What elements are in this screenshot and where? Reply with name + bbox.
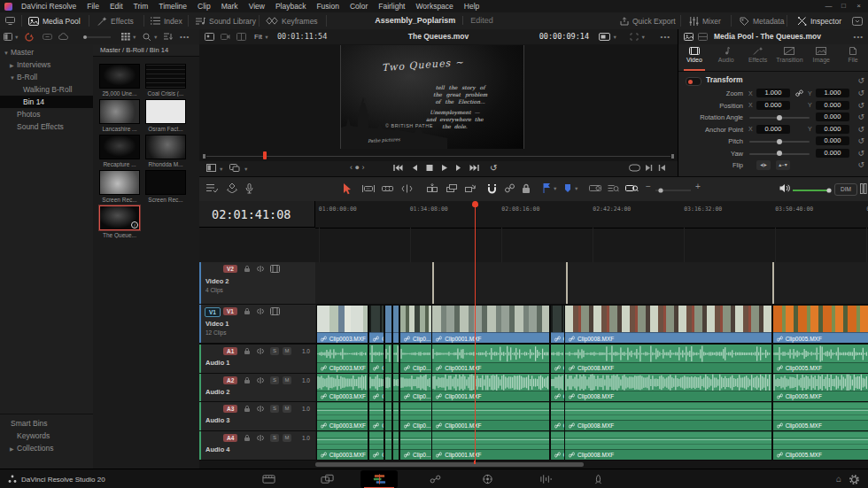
timeline-ruler[interactable]: 01:00:00:0001:34:08:0002:08:16:0002:42:2… [315,201,868,229]
audio-clip[interactable]: Clip0003.MXF [317,374,368,401]
sidebar-item-bin-14[interactable]: Bin 14 [0,96,93,108]
transform-reset-icon[interactable]: ↺ [857,76,864,85]
mute-button[interactable]: M [283,405,291,413]
chevron-down-icon[interactable]: ▼ [4,47,11,58]
audio-clip[interactable]: Clip0003.MXF [317,431,368,460]
go-to-start-button[interactable] [393,164,403,172]
solo-button[interactable]: S [270,347,279,355]
zoom-detail-icon[interactable] [608,183,619,193]
relink-media-icon[interactable] [43,33,52,41]
source-badge-v1[interactable]: V1 [205,307,221,317]
tab-effects[interactable]: Effects [742,44,774,71]
keyframes-button[interactable]: Keyframes [266,12,318,29]
clip-thumbnail[interactable] [99,99,140,124]
position-reset-icon[interactable]: ↺ [857,101,864,110]
volume-slider[interactable] [793,188,833,193]
cloud-sync-icon[interactable] [58,33,69,41]
media-pool-button[interactable]: Media Pool [28,12,81,29]
menu-item-fairlight[interactable]: Fairlight [373,0,410,12]
sidebar-item-smart-bins[interactable]: Smart Bins [0,417,93,430]
audio-clip[interactable]: Clip0... [400,402,431,430]
audio-clip[interactable]: Cli... [551,374,564,401]
clip-thumbnail[interactable] [145,64,186,89]
clip-thumbnail[interactable] [99,135,140,159]
zoom-reset-icon[interactable]: ↺ [857,89,864,97]
destination-badge-a2[interactable]: A2 [223,376,237,384]
multicam-chevron-icon[interactable]: ▼ [219,167,223,172]
viewer-zoom-icon[interactable] [630,33,639,41]
track-lock-icon[interactable] [244,376,251,384]
audio-clip[interactable]: Clip0008.MXF [565,345,771,373]
trim-edit-mode-tool[interactable] [362,183,375,194]
step-forward-button[interactable] [455,164,462,172]
track-lock-icon[interactable] [244,307,251,315]
sound-library-button[interactable]: Sound Library [195,12,256,29]
grid-view-icon[interactable] [121,33,130,41]
audio-clip[interactable]: Clip0008.MXF [565,374,771,401]
mute-button[interactable]: M [283,347,291,355]
position-y-field[interactable]: 0.000 [816,101,849,110]
track-content-v2[interactable] [315,262,868,305]
media-clip[interactable]: iThe Queue... [99,205,140,238]
sidebar-item-photos[interactable]: Photos [0,108,93,120]
playhead-handle[interactable] [472,201,478,207]
mute-button[interactable]: M [283,434,291,442]
codec-badge-icon[interactable] [599,33,610,41]
tab-file[interactable]: File [837,44,868,71]
solo-button[interactable]: S [270,434,279,442]
filmstrip-icon[interactable] [270,307,280,315]
track-content-a1[interactable]: Clip0003.MXFCli...Clip0...Clip0001.MXFCl… [315,345,868,374]
solo-button[interactable]: S [270,376,279,384]
rotation-reset-icon[interactable]: ↺ [857,112,864,121]
video-clip[interactable]: Clip0001.MXF [432,306,549,344]
panel-expand-icon[interactable] [852,12,863,29]
video-clip[interactable]: Clip0008.MXF [565,306,771,344]
audio-clip[interactable] [385,431,391,460]
page-button-cut[interactable] [308,470,345,488]
auto-select-icon[interactable] [256,347,265,355]
tab-image[interactable]: Image [805,44,837,71]
clip-thumbnail[interactable] [145,170,186,195]
clip-thumbnail[interactable] [145,99,186,124]
audio-clip[interactable]: Clip0001.MXF [432,402,549,430]
audio-clip[interactable] [393,345,399,373]
scrub-in-handle[interactable] [203,154,205,159]
menu-item-fusion[interactable]: Fusion [311,0,345,12]
track-header-a4[interactable]: A4SM1.0Audio 4 [199,431,315,461]
zoom-full-extent-icon[interactable] [589,183,601,193]
snapping-magnet-icon[interactable] [487,183,497,194]
media-clip[interactable]: Coal Crisis (... [145,64,186,97]
viewer-zoom-chevron-icon[interactable]: ▼ [641,35,646,40]
sidebar-item-master[interactable]: ▼Master [0,46,93,58]
pitch-slider-thumb[interactable] [777,139,782,144]
audio-clip[interactable]: Cli... [369,402,384,430]
inspector-clip-icon[interactable] [684,33,694,41]
sidebar-item-walking-b-roll[interactable]: Walking B-Roll [0,83,93,96]
track-content-v1[interactable]: Clip0003.MXFCli...Clip0...Clip0001.MXFCl… [315,305,868,345]
replace-clip-icon[interactable] [464,183,477,194]
stop-button[interactable] [426,164,433,172]
track-header-v2[interactable]: V2Video 24 Clips [199,262,315,305]
chevron-right-icon[interactable]: ▶ [10,443,17,454]
media-clip[interactable]: Osram Fact... [145,99,186,132]
chevron-down-icon[interactable]: ▼ [10,72,17,83]
scrub-out-handle[interactable] [671,154,674,159]
mixer-button[interactable]: Mixer [689,12,721,29]
video-clip[interactable]: Cli... [551,306,564,344]
scrub-track[interactable] [206,156,670,157]
destination-badge-a3[interactable]: A3 [223,405,237,413]
position-lock-icon[interactable] [522,183,531,194]
yaw-slider-thumb[interactable] [777,151,782,156]
video-audio-divider[interactable] [199,343,868,345]
sidebar-item-sound-effects[interactable]: Sound Effects [0,120,93,133]
zoom-out-button[interactable]: − [646,182,651,191]
audio-meters-icon[interactable] [860,183,867,194]
razor-edit-tool[interactable] [382,183,393,194]
timeline-options-icon[interactable] [206,183,218,193]
filmstrip-icon[interactable] [270,265,280,273]
anchor-x-field[interactable]: 0.000 [756,125,790,134]
metadata-button[interactable]: Metadata [740,12,784,29]
source-viewer[interactable]: Two Queues ~ tell the story of the great… [199,44,678,151]
sort-icon[interactable] [164,33,173,41]
audio-clip[interactable]: Cli... [369,345,384,373]
